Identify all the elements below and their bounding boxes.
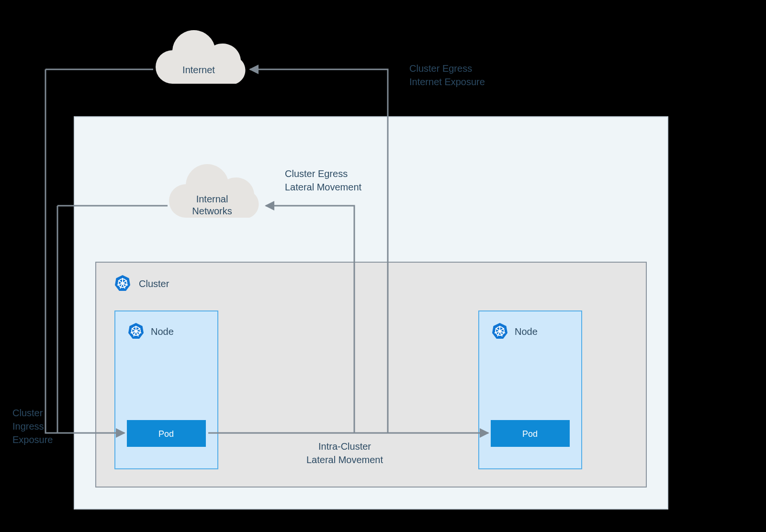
intra-label-l1: Intra-Cluster <box>318 441 371 452</box>
diagram-canvas: Cluster Node Pod Node Pod Internet Inter… <box>0 0 766 532</box>
ingress-label-l1: Cluster <box>12 408 43 418</box>
internal-label-l2: Networks <box>192 206 232 216</box>
ingress-label-l2: Ingress <box>12 421 44 432</box>
cluster-label: Cluster <box>139 278 169 289</box>
pod-label-right: Pod <box>522 429 538 439</box>
egress-lateral-label-l1: Cluster Egress <box>285 168 348 179</box>
internet-cloud <box>156 30 245 84</box>
internal-label-l1: Internal <box>196 194 228 204</box>
pod-label-left: Pod <box>158 429 174 439</box>
egress-lateral-label-l2: Lateral Movement <box>285 182 362 192</box>
egress-internet-label-l2: Internet Exposure <box>409 77 485 87</box>
node-label-right: Node <box>515 326 538 337</box>
intra-label-l2: Lateral Movement <box>306 454 383 465</box>
internet-label: Internet <box>182 65 215 75</box>
egress-internet-label-l1: Cluster Egress <box>409 63 472 74</box>
ingress-label-l3: Exposure <box>12 434 53 445</box>
node-label-left: Node <box>151 326 174 337</box>
